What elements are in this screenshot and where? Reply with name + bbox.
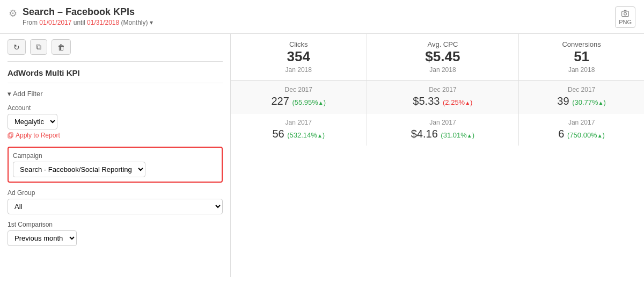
conversions-current-value: 51 [530,48,633,65]
cell-clicks-dec2017: Dec 2017 227 (55.95%▲) [231,81,367,113]
svg-rect-0 [622,11,629,17]
account-group: Account Megalytic Apply to Report [8,104,223,140]
row1-conversions-value: 39 (30.77%▲) [530,95,633,107]
kpi-table: Clicks 354 Jan 2018 Avg. CPC $5.45 Jan 2… [231,34,644,146]
conversions-current-date: Jan 2018 [530,66,633,74]
page-subtitle: From 01/01/2017 until 01/31/2018 (Monthl… [23,19,153,26]
row2-conversions-value: 6 (750.00%▲) [530,128,633,140]
account-label: Account [8,104,223,112]
page-title: Search – Facebook KPIs [23,6,153,18]
comparison-1-group: 1st Comparison Previous month [8,221,223,246]
col-header-clicks: Clicks 354 Jan 2018 [231,34,367,81]
main-layout: ↻ ⧉ 🗑 AdWords Multi KPI Add Filter Accou… [0,34,644,277]
campaign-group: Campaign Search - Facebook/Social Report… [8,147,223,183]
row1-conversions-date: Dec 2017 [530,86,633,93]
col-label-avg-cpc: Avg. CPC [378,40,508,48]
cell-conversions-dec2017: Dec 2017 39 (30.77%▲) [519,81,644,113]
data-area: Clicks 354 Jan 2018 Avg. CPC $5.45 Jan 2… [231,34,644,277]
png-button[interactable]: PNG [615,6,635,28]
row1-clicks-value: 227 (55.95%▲) [241,95,356,107]
png-label: PNG [619,19,632,25]
subtitle-until: until [74,19,87,26]
svg-rect-3 [9,133,13,137]
page-header: ⚙ Search – Facebook KPIs From 01/01/2017… [0,0,644,34]
col-header-avg-cpc: Avg. CPC $5.45 Jan 2018 [367,34,519,81]
refresh-button[interactable]: ↻ [8,39,26,55]
date-start-link[interactable]: 01/01/2017 [39,19,71,26]
row2-avg-cpc-value: $4.16 (31.01%▲) [378,128,508,140]
comparison-1-label: 1st Comparison [8,221,223,228]
cell-avg-cpc-dec2017: Dec 2017 $5.33 (2.25%▲) [367,81,519,113]
row2-clicks-date: Jan 2017 [241,119,356,126]
gear-icon[interactable]: ⚙ [9,8,17,19]
row2-conversions-change: (750.00%▲) [567,131,605,139]
ad-group-label: Ad Group [8,189,223,197]
comparison-1-select[interactable]: Previous month [8,230,77,246]
row1-avg-cpc-value: $5.33 (2.25%▲) [378,95,508,107]
row2-avg-cpc-date: Jan 2017 [378,119,508,126]
row2-avg-cpc-change: (31.01%▲) [441,131,474,139]
clicks-current-value: 354 [241,48,356,65]
delete-button[interactable]: 🗑 [52,39,71,55]
add-filter[interactable]: Add Filter [8,90,223,98]
widget-title: AdWords Multi KPI [8,68,223,83]
apply-link-text: Apply to Report [16,132,60,139]
row2-clicks-change: (532.14%▲) [287,131,325,139]
header-title-group: Search – Facebook KPIs From 01/01/2017 u… [23,6,153,26]
copy-small-icon [8,132,14,139]
date-end-link[interactable]: 01/31/2018 [87,19,119,26]
row1-clicks-change: (55.95%▲) [292,98,326,106]
account-select[interactable]: Megalytic [8,114,57,129]
camera-icon [621,9,630,18]
subtitle-prefix: From [23,19,39,26]
row1-avg-cpc-change: (2.25%▲) [443,98,472,106]
row1-conversions-change: (30.77%▲) [572,98,606,106]
row1-clicks-date: Dec 2017 [241,86,356,93]
svg-rect-2 [8,134,12,138]
table-row: Jan 2017 56 (532.14%▲) Jan 2017 $4.16 [231,113,644,146]
avg-cpc-current-date: Jan 2018 [378,66,508,74]
campaign-label: Campaign [13,152,217,160]
header-left: ⚙ Search – Facebook KPIs From 01/01/2017… [9,6,153,26]
sidebar: ↻ ⧉ 🗑 AdWords Multi KPI Add Filter Accou… [0,34,231,277]
svg-point-1 [624,12,627,15]
cell-avg-cpc-jan2017: Jan 2017 $4.16 (31.01%▲) [367,113,519,146]
campaign-select[interactable]: Search - Facebook/Social Reporting [13,162,145,177]
clicks-current-date: Jan 2018 [241,66,356,74]
ad-group-group: Ad Group All [8,189,223,214]
cell-clicks-jan2017: Jan 2017 56 (532.14%▲) [231,113,367,146]
date-period: (Monthly) [121,19,148,26]
copy-button[interactable]: ⧉ [30,39,47,55]
row1-avg-cpc-date: Dec 2017 [378,86,508,93]
row2-conversions-date: Jan 2017 [530,119,633,126]
avg-cpc-current-value: $5.45 [378,48,508,65]
table-header-row: Clicks 354 Jan 2018 Avg. CPC $5.45 Jan 2… [231,34,644,81]
row2-clicks-value: 56 (532.14%▲) [241,128,356,140]
period-arrow[interactable]: ▾ [150,19,153,26]
apply-to-report-link[interactable]: Apply to Report [8,132,60,139]
col-header-conversions: Conversions 51 Jan 2018 [519,34,644,81]
sidebar-toolbar: ↻ ⧉ 🗑 [8,39,223,62]
ad-group-select[interactable]: All [8,199,223,214]
cell-conversions-jan2017: Jan 2017 6 (750.00%▲) [519,113,644,146]
col-label-conversions: Conversions [530,40,633,48]
col-label-clicks: Clicks [241,40,356,48]
table-row: Dec 2017 227 (55.95%▲) Dec 2017 $5.33 [231,81,644,113]
